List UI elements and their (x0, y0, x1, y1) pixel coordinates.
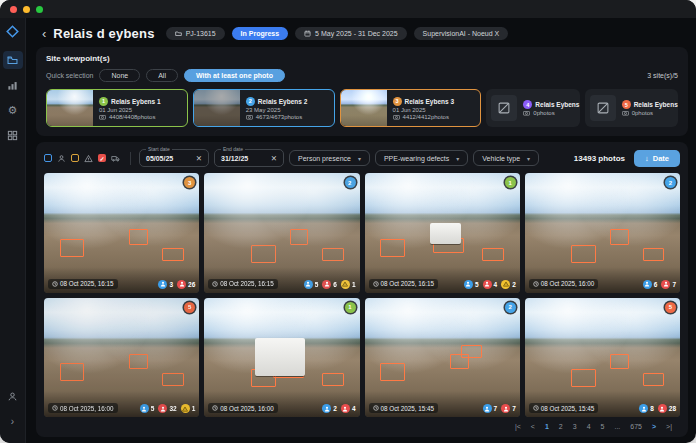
sort-by-date-button[interactable]: ↓ Date (634, 150, 680, 167)
viewpoint-card[interactable]: 2 Relais Eybens 2 23 May 2025 4673/4673p… (193, 89, 335, 127)
detection-box (643, 248, 665, 261)
photo-card[interactable]: 5 08 Oct 2025, 15:45 828 (525, 298, 680, 418)
count-chips: 5321 (140, 404, 195, 413)
page-button-2[interactable]: 2 (559, 423, 563, 430)
viewpoint-number-badge: 1 (345, 302, 356, 313)
detection-box (461, 345, 483, 358)
viewpoint-number-badge: 3 (184, 177, 195, 188)
viewpoint-thumbnail (491, 95, 517, 121)
close-window-icon[interactable] (10, 6, 17, 13)
viewpoint-card[interactable]: 3 Relais Eybens 3 01 Jun 2025 4412/4412p… (340, 89, 482, 127)
project-id-chip[interactable]: PJ-13615 (166, 27, 225, 40)
detection-box (60, 363, 85, 381)
count-value: 4 (494, 281, 498, 288)
page-button-4[interactable]: 4 (587, 423, 591, 430)
photo-card[interactable]: 1 08 Oct 2025, 16:15 542 (365, 173, 520, 293)
clock-icon (533, 281, 539, 287)
viewpoint-photo-count-label: 4673/4673photos (256, 114, 302, 120)
page-button-...[interactable]: ... (614, 423, 620, 430)
user-icon (7, 391, 18, 402)
viewpoint-number-badge: 3 (393, 97, 402, 106)
person-count-chip: 5 (304, 280, 319, 289)
person-icon (304, 280, 313, 289)
previous-page-button[interactable]: < (531, 423, 535, 430)
end-date-field[interactable]: End date 31/12/25 ✕ (214, 149, 284, 167)
sidebar-item-apps[interactable] (3, 126, 23, 144)
viewpoint-name: Relais Eybens 3 (405, 98, 455, 105)
page-button-5[interactable]: 5 (601, 423, 605, 430)
ppe-defects-dropdown[interactable]: PPE-wearing defects ▾ (375, 150, 468, 166)
last-page-button[interactable]: >| (666, 423, 672, 430)
viewpoint-card[interactable]: 1 Relais Eybens 1 01 Jun 2025 4408/4408p… (46, 89, 188, 127)
person-icon (639, 404, 648, 413)
first-page-button[interactable]: |< (515, 423, 521, 430)
start-date-field[interactable]: Start date 05/05/25 ✕ (139, 149, 209, 167)
back-button[interactable]: ‹ (42, 27, 46, 40)
photo-timestamp: 08 Oct 2025, 15:45 (369, 403, 439, 413)
vehicle-category-checkbox[interactable]: ✓ (98, 154, 106, 162)
node-chip[interactable]: SupervisionAI - Noeud X (414, 27, 509, 40)
window-titlebar (0, 0, 696, 18)
photos-panel: ✓ Start date 05/05/25 ✕ End date 31/12/2… (36, 142, 688, 437)
gear-icon: ⚙ (8, 105, 18, 116)
person-presence-dropdown[interactable]: Person presence ▾ (289, 150, 370, 166)
photo-card[interactable]: 2 08 Oct 2025, 16:00 67 (525, 173, 680, 293)
photo-card[interactable]: 3 08 Oct 2025, 16:15 326 (44, 173, 199, 293)
sidebar-item-analytics[interactable] (3, 76, 23, 94)
photo-card[interactable]: 5 08 Oct 2025, 16:00 5321 (44, 298, 199, 418)
sidebar-expand-button[interactable]: › (3, 412, 23, 430)
ppe-category-checkbox[interactable] (71, 154, 79, 162)
photo-card[interactable]: 2 08 Oct 2025, 15:45 77 (365, 298, 520, 418)
photo-card[interactable]: 1 08 Oct 2025, 16:00 24 (204, 298, 359, 418)
viewpoint-number-badge: 4 (523, 100, 532, 109)
status-badge[interactable]: In Progress (232, 27, 289, 40)
viewpoint-number-badge: 5 (665, 302, 676, 313)
ppe-count-chip: 4 (483, 280, 498, 289)
viewpoint-photo-count-label: 0photos (533, 110, 554, 116)
viewpoint-info: 2 Relais Eybens 2 23 May 2025 4673/4673p… (240, 90, 314, 126)
viewpoint-card[interactable]: 4 Relais Eybens 4 0photos (486, 89, 579, 127)
ppe-icon (322, 280, 331, 289)
detection-box (571, 369, 596, 387)
viewpoint-card[interactable]: 5 Relais Eybens 5 0photos (585, 89, 678, 127)
select-none-button[interactable]: None (99, 69, 140, 82)
with-photo-filter-button[interactable]: With at least one photo (184, 69, 285, 82)
sidebar-item-projects[interactable] (3, 51, 23, 69)
page-button-675[interactable]: 675 (630, 423, 642, 430)
photo-grid: 3 08 Oct 2025, 16:15 326 2 08 Oct 2025, … (44, 173, 680, 417)
sidebar-item-settings[interactable]: ⚙ (3, 101, 23, 119)
detection-box (482, 248, 504, 261)
person-count-chip: 5 (464, 280, 479, 289)
ppe-count-chip: 32 (158, 404, 176, 413)
vehicle-type-dropdown[interactable]: Vehicle type ▾ (473, 150, 539, 166)
person-category-checkbox[interactable] (44, 154, 52, 162)
warn-count-chip: 2 (501, 280, 516, 289)
person-count-chip: 3 (158, 280, 173, 289)
detection-box (322, 373, 344, 386)
start-date-value: 05/05/25 (146, 155, 173, 162)
photo-timestamp: 08 Oct 2025, 16:00 (208, 403, 278, 413)
next-page-button[interactable]: > (652, 423, 656, 430)
clock-icon (373, 281, 379, 287)
count-value: 2 (333, 405, 337, 412)
minimize-window-icon[interactable] (23, 6, 30, 13)
end-date-label: End date (221, 146, 245, 152)
chevron-right-icon: › (11, 416, 14, 427)
zoom-window-icon[interactable] (36, 6, 43, 13)
ppe-icon (483, 280, 492, 289)
ppe-count-chip: 7 (661, 280, 676, 289)
date-range-chip[interactable]: 5 May 2025 - 31 Dec 2025 (295, 27, 407, 40)
detection-box (129, 354, 148, 370)
page-numbers: 12345...675 (545, 423, 642, 430)
clear-start-date-icon[interactable]: ✕ (196, 154, 202, 163)
page-button-3[interactable]: 3 (573, 423, 577, 430)
sidebar-item-account[interactable] (3, 387, 23, 405)
clear-end-date-icon[interactable]: ✕ (271, 154, 277, 163)
select-all-button[interactable]: All (146, 69, 178, 82)
viewpoint-info: 4 Relais Eybens 4 0photos (517, 97, 579, 119)
camera-icon (246, 114, 253, 120)
page-button-1[interactable]: 1 (545, 423, 549, 430)
camera-icon (523, 110, 530, 116)
photo-card[interactable]: 2 08 Oct 2025, 16:15 561 (204, 173, 359, 293)
viewpoint-cards: 1 Relais Eybens 1 01 Jun 2025 4408/4408p… (46, 89, 678, 127)
